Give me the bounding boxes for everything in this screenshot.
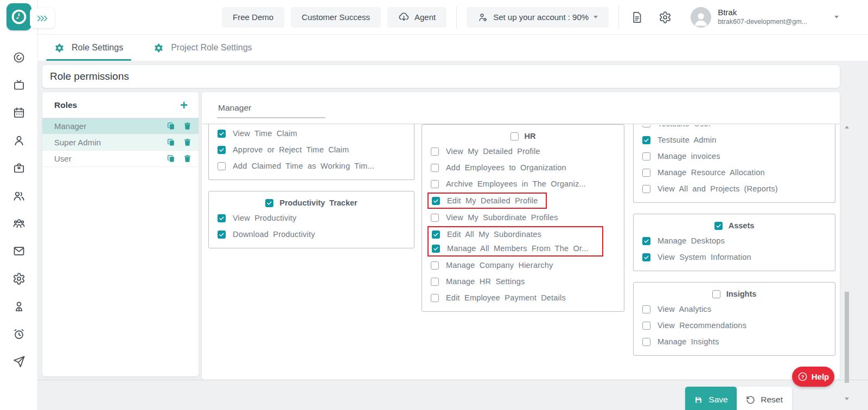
checkbox-checked-icon[interactable] bbox=[642, 253, 650, 261]
permission-item-view-time-claim[interactable]: View Time Claim bbox=[209, 125, 414, 142]
add-role-button[interactable]: + bbox=[180, 99, 188, 112]
copy-role-button[interactable] bbox=[167, 154, 176, 163]
scrollbar-thumb[interactable] bbox=[845, 292, 849, 383]
user-menu-caret-icon[interactable] bbox=[834, 16, 839, 18]
permission-item-manage-all-members-from-the-or[interactable]: Manage All Members From The Or... bbox=[429, 241, 595, 255]
tab-project-role-settings[interactable]: Project Role Settings bbox=[154, 35, 252, 61]
permission-item-manage-desktops[interactable]: Manage Desktops bbox=[634, 233, 835, 249]
checkbox-icon[interactable] bbox=[642, 322, 650, 330]
checkbox-icon[interactable] bbox=[431, 294, 439, 302]
permission-item-view-system-information[interactable]: View System Information bbox=[634, 249, 835, 265]
app-logo[interactable] bbox=[7, 3, 31, 30]
scroll-down-arrow-icon[interactable] bbox=[845, 398, 849, 400]
permission-item-edit-all-my-subordinates[interactable]: Edit All My Subordinates bbox=[429, 227, 595, 241]
setup-account-button[interactable]: Set up your account : 90% bbox=[467, 7, 609, 28]
checkbox-icon[interactable] bbox=[642, 338, 650, 346]
permission-item-download-productivity[interactable]: Download Productivity bbox=[209, 226, 414, 242]
checkbox-checked-icon[interactable] bbox=[642, 237, 650, 245]
sidebar-item-user-badge[interactable] bbox=[12, 300, 25, 313]
sidebar-item-mail[interactable] bbox=[12, 245, 25, 258]
delete-role-button[interactable] bbox=[183, 138, 192, 147]
checkbox-icon[interactable] bbox=[712, 290, 720, 298]
checkbox-icon[interactable] bbox=[431, 148, 439, 156]
permission-item-add-employees-to-organization[interactable]: Add Employees to Organization bbox=[422, 159, 624, 176]
page-scrollbar[interactable] bbox=[843, 124, 851, 385]
delete-role-button[interactable] bbox=[183, 154, 192, 163]
checkbox-icon[interactable] bbox=[642, 185, 650, 193]
checkbox-checked-icon[interactable] bbox=[218, 146, 226, 154]
reset-button[interactable]: Reset bbox=[737, 387, 792, 410]
sidebar-item-calendar[interactable] bbox=[12, 106, 25, 119]
checkbox-icon[interactable] bbox=[431, 261, 439, 270]
permission-item-view-my-detailed-profile[interactable]: View My Detailed Profile bbox=[422, 143, 624, 159]
permission-group-header[interactable]: Insights bbox=[634, 285, 835, 301]
permissions-scroll-area[interactable]: View Time ClaimApprove or Reject Time Cl… bbox=[202, 124, 840, 380]
permission-item-archive-employees-in-the-organiz[interactable]: Archive Employees in The Organiz... bbox=[422, 176, 624, 192]
checkbox-icon[interactable] bbox=[642, 125, 650, 127]
role-row-super-admin[interactable]: Super Admin bbox=[42, 134, 199, 151]
file-button[interactable] bbox=[629, 9, 645, 25]
permission-item-manage-resource-allocation[interactable]: Manage Resource Allocation bbox=[634, 164, 835, 181]
permission-item-add-claimed-time-as-working-tim[interactable]: Add Claimed Time as Working Tim... bbox=[209, 158, 414, 174]
permission-item-edit-my-detailed-profile[interactable]: Edit My Detailed Profile bbox=[429, 194, 538, 208]
checkbox-icon[interactable] bbox=[431, 278, 439, 286]
permission-group-header[interactable]: Productivity Tracker bbox=[209, 194, 414, 210]
checkbox-checked-icon[interactable] bbox=[642, 136, 650, 144]
gear-button[interactable] bbox=[657, 9, 673, 25]
avatar[interactable] bbox=[691, 7, 711, 28]
tab-role-settings[interactable]: Role Settings bbox=[54, 35, 123, 61]
permission-item-manage-insights[interactable]: Manage Insights bbox=[634, 334, 835, 350]
permission-item-view-productivity[interactable]: View Productivity bbox=[209, 210, 414, 226]
sidebar-item-send[interactable] bbox=[12, 355, 25, 368]
checkbox-icon[interactable] bbox=[431, 214, 439, 222]
help-button[interactable]: ? Help bbox=[792, 367, 834, 387]
checkbox-checked-icon[interactable] bbox=[265, 199, 273, 207]
permission-item-manage-invoices[interactable]: Manage invoices bbox=[634, 148, 835, 164]
sidebar-item-alarm[interactable] bbox=[12, 328, 25, 341]
permission-item-testsuite-user[interactable]: Testsuite User bbox=[634, 125, 835, 132]
delete-role-button[interactable] bbox=[183, 121, 192, 131]
scroll-up-arrow-icon[interactable] bbox=[845, 126, 849, 129]
sidebar-item-tv[interactable] bbox=[12, 79, 25, 92]
permission-item-view-recommendations[interactable]: View Recommendations bbox=[634, 317, 835, 334]
checkbox-checked-icon[interactable] bbox=[432, 197, 440, 205]
checkbox-checked-icon[interactable] bbox=[432, 230, 440, 239]
topbar-button-free-demo[interactable]: Free Demo bbox=[222, 7, 284, 28]
permission-item-edit-employee-payment-details[interactable]: Edit Employee Payment Details bbox=[422, 290, 624, 306]
sidebar-item-user[interactable] bbox=[12, 134, 25, 147]
permission-item-view-all-and-projects-reports[interactable]: View All and Projects (Reports) bbox=[634, 181, 835, 197]
checkbox-icon[interactable] bbox=[642, 305, 650, 313]
permission-item-manage-company-hierarchy[interactable]: Manage Company Hierarchy bbox=[422, 257, 624, 273]
save-button[interactable]: Save bbox=[685, 387, 737, 410]
sidebar-item-briefcase[interactable] bbox=[12, 162, 25, 175]
permission-item-approve-or-reject-time-claim[interactable]: Approve or Reject Time Claim bbox=[209, 142, 414, 158]
permission-item-manage-hr-settings[interactable]: Manage HR Settings bbox=[422, 273, 624, 290]
sidebar-item-team[interactable] bbox=[12, 217, 25, 230]
sidebar-item-gear[interactable] bbox=[12, 272, 25, 285]
sidebar-item-time-tracker[interactable] bbox=[12, 51, 25, 64]
checkbox-checked-icon[interactable] bbox=[218, 230, 226, 239]
topbar-button-agent[interactable]: Agent bbox=[387, 7, 446, 28]
checkbox-checked-icon[interactable] bbox=[432, 245, 440, 253]
copy-role-button[interactable] bbox=[167, 138, 176, 147]
sidebar-expand-button[interactable] bbox=[30, 8, 55, 28]
permission-group-header[interactable]: Assets bbox=[634, 216, 835, 233]
permission-item-view-analytics[interactable]: View Analytics bbox=[634, 301, 835, 317]
permission-item-testsuite-admin[interactable]: Testsuite Admin bbox=[634, 132, 835, 148]
checkbox-icon[interactable] bbox=[431, 164, 439, 172]
topbar-button-customer-success[interactable]: Customer Success bbox=[291, 7, 381, 28]
checkbox-checked-icon[interactable] bbox=[714, 222, 723, 230]
permission-group-header[interactable]: HR bbox=[422, 127, 624, 143]
role-row-manager[interactable]: Manager bbox=[42, 118, 199, 134]
checkbox-icon[interactable] bbox=[642, 169, 650, 177]
checkbox-checked-icon[interactable] bbox=[218, 214, 226, 222]
checkbox-checked-icon[interactable] bbox=[218, 130, 226, 138]
role-name-input[interactable] bbox=[217, 101, 326, 118]
sidebar-item-users[interactable] bbox=[12, 189, 25, 202]
checkbox-icon[interactable] bbox=[510, 132, 519, 140]
checkbox-icon[interactable] bbox=[642, 152, 650, 161]
user-info[interactable]: Btrak btrak607-development@gm... bbox=[718, 8, 807, 26]
checkbox-icon[interactable] bbox=[218, 162, 226, 170]
checkbox-icon[interactable] bbox=[431, 180, 439, 188]
role-row-user[interactable]: User bbox=[42, 151, 199, 167]
